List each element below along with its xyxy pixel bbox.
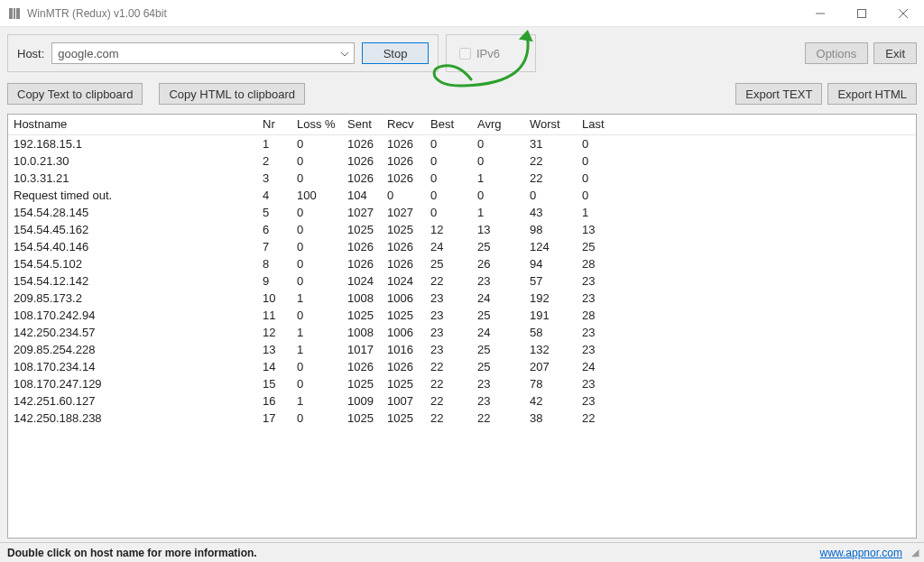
cell-avrg: 1	[472, 170, 524, 187]
col-nr[interactable]: Nr	[257, 115, 291, 134]
cell-recv: 1025	[382, 221, 425, 238]
cell-sent: 1025	[342, 221, 382, 238]
table-row[interactable]: 10.3.31.21301026102601220	[8, 170, 916, 187]
cell-hostname: 142.250.188.238	[8, 410, 257, 427]
cell-best: 0	[425, 187, 472, 204]
cell-last: 23	[577, 290, 631, 307]
resize-grip-icon[interactable]: ◢	[911, 547, 917, 558]
table-row[interactable]: Request timed out.410010400000	[8, 187, 916, 204]
export-text-button[interactable]: Export TEXT	[735, 83, 822, 105]
col-worst[interactable]: Worst	[524, 115, 577, 134]
ipv6-group: IPv6	[446, 34, 536, 72]
cell-avrg: 25	[472, 238, 524, 255]
col-best[interactable]: Best	[425, 115, 472, 134]
cell-best: 0	[425, 152, 472, 170]
maximize-button[interactable]	[841, 0, 882, 27]
col-recv[interactable]: Recv	[382, 115, 425, 134]
table-row[interactable]: 154.54.28.145501027102701431	[8, 204, 916, 221]
cell-worst: 132	[524, 341, 577, 358]
cell-avrg: 0	[472, 187, 524, 204]
copy-text-button[interactable]: Copy Text to clipboard	[7, 83, 143, 105]
col-avrg[interactable]: Avrg	[472, 115, 524, 134]
minimize-button[interactable]	[799, 0, 841, 27]
copy-html-button[interactable]: Copy HTML to clipboard	[159, 83, 305, 105]
table-row[interactable]: 10.0.21.30201026102600220	[8, 152, 916, 170]
cell-avrg: 23	[472, 375, 524, 392]
cell-worst: 192	[524, 290, 577, 307]
cell-nr: 15	[257, 375, 291, 392]
exit-button[interactable]: Exit	[873, 42, 917, 64]
cell-worst: 94	[524, 255, 577, 272]
cell-sent: 1024	[342, 272, 382, 290]
cell-avrg: 22	[472, 410, 524, 427]
table-row[interactable]: 209.85.254.22813110171016232513223	[8, 341, 916, 358]
cell-recv: 1026	[382, 238, 425, 255]
cell-sent: 1026	[342, 238, 382, 255]
table-row[interactable]: 142.250.234.571211008100623245823	[8, 324, 916, 341]
cell-nr: 9	[257, 272, 291, 290]
cell-avrg: 25	[472, 341, 524, 358]
cell-avrg: 25	[472, 307, 524, 324]
app-icon	[7, 6, 22, 21]
table-row[interactable]: 209.85.173.210110081006232419223	[8, 290, 916, 307]
table-row[interactable]: 154.54.12.142901024102422235723	[8, 272, 916, 290]
cell-last: 24	[577, 358, 631, 375]
cell-worst: 78	[524, 375, 577, 392]
cell-avrg: 24	[472, 324, 524, 341]
table-row[interactable]: 192.168.15.1101026102600310	[8, 134, 916, 152]
table-row[interactable]: 108.170.247.1291501025102522237823	[8, 375, 916, 392]
options-button[interactable]: Options	[805, 42, 869, 64]
titlebar: WinMTR (Redux) v1.00 64bit	[0, 0, 924, 27]
table-row[interactable]: 142.250.188.2381701025102522223822	[8, 410, 916, 427]
ipv6-checkbox[interactable]: IPv6	[459, 47, 500, 60]
cell-last: 13	[577, 221, 631, 238]
col-sent[interactable]: Sent	[342, 115, 382, 134]
svg-rect-2	[16, 8, 20, 19]
cell-best: 23	[425, 341, 472, 358]
cell-last: 23	[577, 272, 631, 290]
cell-recv: 1007	[382, 392, 425, 410]
table-row[interactable]: 108.170.242.9411010251025232519128	[8, 307, 916, 324]
cell-recv: 1024	[382, 272, 425, 290]
table-row[interactable]: 142.251.60.1271611009100722234223	[8, 392, 916, 410]
cell-sent: 1008	[342, 324, 382, 341]
col-hostname[interactable]: Hostname	[8, 115, 257, 134]
col-loss[interactable]: Loss %	[291, 115, 342, 134]
host-label: Host:	[17, 47, 44, 60]
cell-recv: 1026	[382, 170, 425, 187]
host-input[interactable]: google.com	[51, 42, 355, 64]
cell-nr: 8	[257, 255, 291, 272]
close-button[interactable]	[882, 0, 924, 27]
cell-best: 0	[425, 134, 472, 152]
svg-rect-4	[858, 9, 866, 17]
cell-hostname: 10.3.31.21	[8, 170, 257, 187]
ipv6-check-input[interactable]	[459, 48, 471, 60]
status-link[interactable]: www.appnor.com	[820, 547, 902, 559]
cell-avrg: 23	[472, 392, 524, 410]
cell-loss: 0	[291, 134, 342, 152]
cell-loss: 0	[291, 375, 342, 392]
table-row[interactable]: 154.54.40.1467010261026242512425	[8, 238, 916, 255]
stop-button[interactable]: Stop	[362, 42, 429, 64]
export-html-button[interactable]: Export HTML	[827, 83, 917, 105]
cell-best: 12	[425, 221, 472, 238]
cell-sent: 1025	[342, 410, 382, 427]
table-row[interactable]: 108.170.234.1414010261026222520724	[8, 358, 916, 375]
table-row[interactable]: 154.54.45.162601025102512139813	[8, 221, 916, 238]
cell-best: 24	[425, 238, 472, 255]
cell-nr: 3	[257, 170, 291, 187]
cell-best: 23	[425, 324, 472, 341]
cell-loss: 0	[291, 410, 342, 427]
cell-avrg: 25	[472, 358, 524, 375]
cell-worst: 42	[524, 392, 577, 410]
table-row[interactable]: 154.54.5.102801026102625269428	[8, 255, 916, 272]
col-last[interactable]: Last	[577, 115, 631, 134]
host-group: Host: google.com Stop	[7, 34, 439, 72]
cell-recv: 1025	[382, 375, 425, 392]
cell-last: 23	[577, 324, 631, 341]
cell-avrg: 26	[472, 255, 524, 272]
cell-sent: 1026	[342, 170, 382, 187]
cell-loss: 0	[291, 204, 342, 221]
cell-nr: 17	[257, 410, 291, 427]
results-table: Hostname Nr Loss % Sent Recv Best Avrg W…	[8, 115, 916, 427]
